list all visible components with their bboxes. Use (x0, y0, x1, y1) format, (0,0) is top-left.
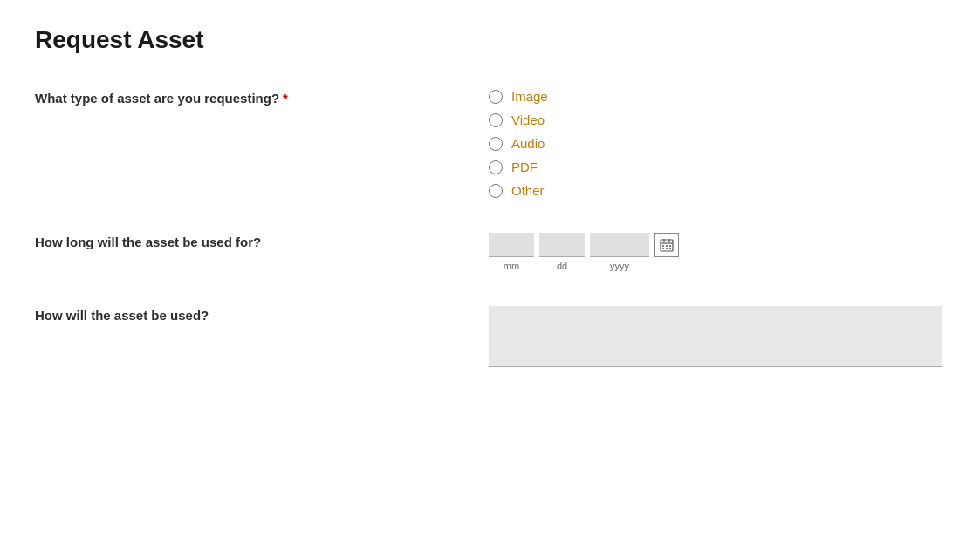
radio-label-pdf: PDF (511, 160, 538, 174)
usage-label-text: How will the asset be used? (35, 308, 209, 323)
year-label: yyyy (610, 261, 629, 271)
asset-type-label-text: What type of asset are you requesting? (35, 91, 279, 106)
month-label: mm (504, 261, 519, 271)
duration-label-text: How long will the asset be used for? (35, 235, 261, 249)
year-input[interactable] (590, 233, 649, 257)
usage-textarea[interactable] (489, 306, 942, 367)
duration-label: How long will the asset be used for? (35, 233, 489, 249)
month-input-wrap: mm (489, 233, 534, 271)
year-input-wrap: yyyy (590, 233, 649, 271)
day-input[interactable] (539, 233, 585, 257)
radio-label-video: Video (511, 112, 545, 127)
page-title: Request Asset (35, 26, 945, 54)
radio-other[interactable] (489, 184, 503, 198)
radio-option-video[interactable]: Video (489, 112, 548, 127)
usage-section: How will the asset be used? (35, 306, 945, 367)
radio-pdf[interactable] (489, 160, 503, 174)
radio-label-image: Image (511, 89, 548, 104)
required-indicator: * (283, 91, 288, 106)
date-inputs: mm dd yyyy (489, 233, 649, 271)
asset-type-radio-group: Image Video Audio PDF Other (489, 89, 548, 198)
asset-type-label: What type of asset are you requesting?* (35, 89, 489, 106)
radio-label-audio: Audio (511, 136, 545, 151)
month-input[interactable] (489, 233, 534, 257)
radio-option-image[interactable]: Image (489, 89, 548, 104)
asset-type-section: What type of asset are you requesting?* … (35, 89, 945, 198)
radio-audio[interactable] (489, 137, 503, 151)
calendar-svg (660, 238, 674, 252)
day-label: dd (557, 261, 567, 271)
radio-option-audio[interactable]: Audio (489, 136, 548, 151)
calendar-icon[interactable] (654, 233, 679, 257)
radio-option-other[interactable]: Other (489, 183, 548, 198)
radio-label-other: Other (511, 183, 545, 198)
radio-image[interactable] (489, 90, 503, 104)
day-input-wrap: dd (539, 233, 585, 271)
radio-option-pdf[interactable]: PDF (489, 160, 548, 174)
usage-label: How will the asset be used? (35, 306, 489, 323)
duration-section: How long will the asset be used for? mm … (35, 233, 945, 271)
radio-video[interactable] (489, 113, 503, 127)
date-field-group: mm dd yyyy (489, 233, 679, 271)
